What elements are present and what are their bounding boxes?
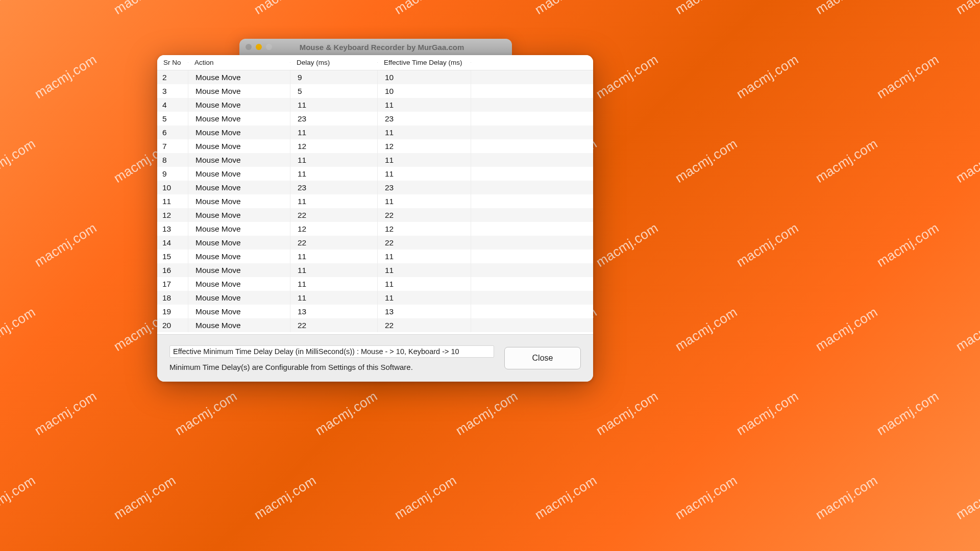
cell-srno: 3 — [157, 84, 188, 98]
table-row[interactable]: 17Mouse Move1111 — [157, 277, 593, 291]
cell-effective-delay: 11 — [378, 194, 471, 208]
cell-action: Mouse Move — [188, 277, 290, 291]
cell-delay: 11 — [290, 249, 378, 263]
table-row[interactable]: 2Mouse Move910 — [157, 70, 593, 84]
cell-empty — [471, 167, 593, 181]
cell-effective-delay: 12 — [378, 139, 471, 153]
cell-srno: 8 — [157, 153, 188, 167]
table-row[interactable]: 5Mouse Move2323 — [157, 112, 593, 126]
watermark-text: macmj.com — [532, 472, 600, 523]
footer-panel: Effective Minimum Time Delay Delay (in M… — [157, 334, 593, 382]
window-title: Mouse & Keyboard Recorder by MurGaa.com — [272, 43, 512, 52]
cell-action: Mouse Move — [188, 126, 290, 139]
table-row[interactable]: 6Mouse Move1111 — [157, 126, 593, 139]
table-row[interactable]: 19Mouse Move1313 — [157, 305, 593, 318]
cell-empty — [471, 291, 593, 305]
cell-effective-delay: 22 — [378, 318, 471, 332]
cell-srno: 20 — [157, 318, 188, 332]
cell-effective-delay: 11 — [378, 263, 471, 277]
table-row[interactable]: 16Mouse Move1111 — [157, 263, 593, 277]
cell-effective-delay: 23 — [378, 181, 471, 194]
table-row[interactable]: 4Mouse Move1111 — [157, 98, 593, 112]
table-row[interactable]: 18Mouse Move1111 — [157, 291, 593, 305]
cell-delay: 11 — [290, 277, 378, 291]
cell-action: Mouse Move — [188, 194, 290, 208]
cell-delay: 12 — [290, 139, 378, 153]
close-button[interactable]: Close — [504, 347, 581, 369]
watermark-text: macmj.com — [953, 472, 980, 523]
cell-action: Mouse Move — [188, 98, 290, 112]
watermark-text: macmj.com — [874, 52, 942, 102]
cell-effective-delay: 22 — [378, 208, 471, 222]
cell-srno: 12 — [157, 208, 188, 222]
cell-effective-delay: 11 — [378, 277, 471, 291]
watermark-text: macmj.com — [32, 52, 100, 102]
cell-empty — [471, 126, 593, 139]
cell-action: Mouse Move — [188, 112, 290, 126]
table-row[interactable]: 9Mouse Move1111 — [157, 167, 593, 181]
table-row[interactable]: 8Mouse Move1111 — [157, 153, 593, 167]
table-body: 2Mouse Move9103Mouse Move5104Mouse Move1… — [157, 70, 593, 334]
watermark-text: macmj.com — [733, 52, 801, 102]
cell-empty — [471, 181, 593, 194]
cell-delay: 23 — [290, 112, 378, 126]
cell-empty — [471, 318, 593, 332]
table-row[interactable]: 15Mouse Move1111 — [157, 249, 593, 263]
minimize-window-icon[interactable] — [256, 44, 262, 50]
column-header-effective[interactable]: Effective Time Delay (ms) — [378, 59, 471, 66]
maximize-window-icon[interactable] — [266, 44, 272, 50]
cell-effective-delay: 11 — [378, 153, 471, 167]
watermark-text: macmj.com — [172, 388, 240, 439]
column-header-delay[interactable]: Delay (ms) — [290, 59, 378, 66]
cell-effective-delay: 23 — [378, 112, 471, 126]
watermark-text: macmj.com — [672, 472, 740, 523]
watermark-text: macmj.com — [453, 388, 521, 439]
watermark-text: macmj.com — [953, 304, 980, 355]
table-row[interactable]: 10Mouse Move2323 — [157, 181, 593, 194]
cell-action: Mouse Move — [188, 139, 290, 153]
cell-action: Mouse Move — [188, 305, 290, 318]
settings-hint: Minimum Time Delay(s) are Configurable f… — [169, 363, 494, 371]
cell-srno: 2 — [157, 70, 188, 84]
cell-empty — [471, 208, 593, 222]
cell-action: Mouse Move — [188, 84, 290, 98]
table-row[interactable]: 7Mouse Move1212 — [157, 139, 593, 153]
table-row[interactable]: 11Mouse Move1111 — [157, 194, 593, 208]
cell-srno: 15 — [157, 249, 188, 263]
cell-action: Mouse Move — [188, 153, 290, 167]
cell-srno: 16 — [157, 263, 188, 277]
cell-delay: 22 — [290, 236, 378, 249]
watermark-text: macmj.com — [251, 472, 319, 523]
column-header-srno[interactable]: Sr No — [157, 59, 188, 66]
watermark-text: macmj.com — [813, 304, 880, 355]
cell-delay: 9 — [290, 70, 378, 84]
cell-delay: 11 — [290, 126, 378, 139]
cell-empty — [471, 263, 593, 277]
cell-delay: 11 — [290, 291, 378, 305]
table-row[interactable]: 20Mouse Move2222 — [157, 318, 593, 332]
cell-delay: 5 — [290, 84, 378, 98]
cell-effective-delay: 10 — [378, 84, 471, 98]
cell-delay: 13 — [290, 305, 378, 318]
close-window-icon[interactable] — [246, 44, 252, 50]
watermark-text: macmj.com — [312, 388, 380, 439]
table-row[interactable]: 3Mouse Move510 — [157, 84, 593, 98]
cell-empty — [471, 84, 593, 98]
table-row[interactable]: 14Mouse Move2222 — [157, 236, 593, 249]
table-row[interactable]: 13Mouse Move1212 — [157, 222, 593, 236]
table-row[interactable]: 12Mouse Move2222 — [157, 208, 593, 222]
column-header-action[interactable]: Action — [188, 59, 290, 66]
watermark-text: macmj.com — [953, 0, 980, 18]
cell-effective-delay: 11 — [378, 291, 471, 305]
watermark-text: macmj.com — [32, 388, 100, 439]
cell-effective-delay: 11 — [378, 249, 471, 263]
cell-effective-delay: 11 — [378, 126, 471, 139]
cell-action: Mouse Move — [188, 181, 290, 194]
cell-empty — [471, 222, 593, 236]
cell-empty — [471, 112, 593, 126]
watermark-text: macmj.com — [0, 0, 38, 18]
cell-empty — [471, 98, 593, 112]
watermark-text: macmj.com — [874, 388, 942, 439]
watermark-text: macmj.com — [391, 472, 459, 523]
recorded-actions-table: Sr No Action Delay (ms) Effective Time D… — [157, 55, 593, 334]
